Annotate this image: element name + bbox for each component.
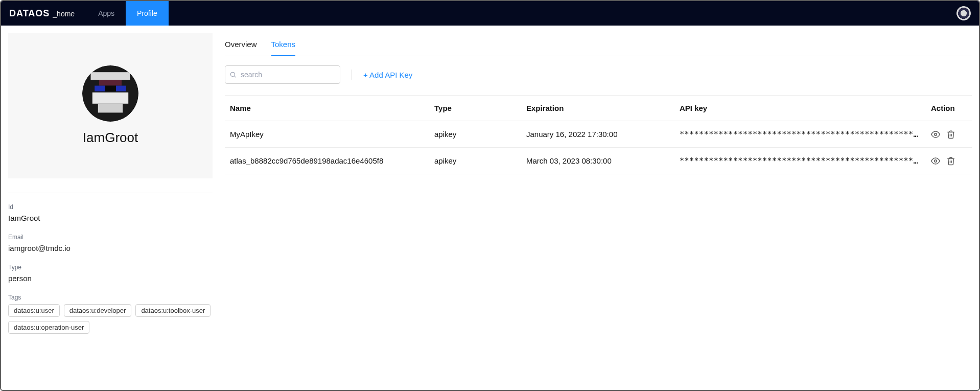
masked-key: ****************************************… xyxy=(680,156,918,166)
svg-rect-7 xyxy=(92,93,128,104)
profile-display-name: IamGroot xyxy=(83,130,138,146)
cell-name: atlas_b8882cc9d765de89198adac16e4605f8 xyxy=(225,148,429,174)
user-avatar-menu[interactable] xyxy=(956,6,971,20)
meta-id-label: Id xyxy=(8,203,213,211)
th-apikey: API key xyxy=(674,96,926,121)
brand-main: DATAOS xyxy=(9,8,50,19)
th-name: Name xyxy=(225,96,429,121)
meta-id-value: IamGroot xyxy=(8,214,213,222)
th-type: Type xyxy=(429,96,521,121)
meta-type-label: Type xyxy=(8,264,213,271)
tab-overview[interactable]: Overview xyxy=(225,36,257,56)
table-header-row: Name Type Expiration API key Action xyxy=(225,96,972,121)
svg-rect-6 xyxy=(105,86,116,91)
meta-email-label: Email xyxy=(8,234,213,241)
meta-email: Email iamgroot@tmdc.io xyxy=(8,234,213,252)
cell-apikey: ****************************************… xyxy=(674,121,926,148)
tag[interactable]: dataos:u:user xyxy=(8,304,60,317)
main: IamGroot Id IamGroot Email iamgroot@tmdc… xyxy=(1,26,979,390)
profile-card: IamGroot xyxy=(8,33,213,178)
tag[interactable]: dataos:u:developer xyxy=(64,304,132,317)
svg-rect-2 xyxy=(91,72,130,80)
svg-rect-4 xyxy=(95,86,105,91)
brand[interactable]: DATAOS _home xyxy=(9,8,75,19)
table-row: MyApIkey apikey January 16, 2022 17:30:0… xyxy=(225,121,972,148)
cell-type: apikey xyxy=(429,148,521,174)
svg-rect-5 xyxy=(116,86,126,91)
svg-line-10 xyxy=(235,76,236,78)
top-nav: DATAOS _home Apps Profile xyxy=(1,1,979,26)
avatar xyxy=(82,65,138,122)
tag[interactable]: dataos:u:toolbox-user xyxy=(135,304,211,317)
eye-icon[interactable] xyxy=(931,130,940,139)
cell-type: apikey xyxy=(429,121,521,148)
cell-action xyxy=(926,121,972,148)
tag-row: dataos:u:user dataos:u:developer dataos:… xyxy=(8,304,213,334)
meta-type: Type person xyxy=(8,264,213,283)
tokens-table: Name Type Expiration API key Action MyAp… xyxy=(225,95,972,174)
meta-id: Id IamGroot xyxy=(8,203,213,222)
trash-icon[interactable] xyxy=(946,130,955,139)
nav-tab-apps[interactable]: Apps xyxy=(87,1,126,26)
svg-point-11 xyxy=(935,133,937,135)
th-expiration: Expiration xyxy=(521,96,674,121)
brand-sub: _home xyxy=(53,10,75,18)
tab-tokens[interactable]: Tokens xyxy=(271,36,296,56)
svg-rect-3 xyxy=(99,80,122,86)
cell-expiration: January 16, 2022 17:30:00 xyxy=(521,121,674,148)
meta-tags-label: Tags xyxy=(8,294,213,301)
cell-name: MyApIkey xyxy=(225,121,429,148)
toolbar: + Add API Key xyxy=(225,65,972,84)
meta-type-value: person xyxy=(8,274,213,283)
cell-action xyxy=(926,148,972,174)
meta-tags: Tags dataos:u:user dataos:u:developer da… xyxy=(8,294,213,334)
sub-tabs: Overview Tokens xyxy=(225,36,972,56)
search-input[interactable] xyxy=(225,65,340,84)
svg-point-12 xyxy=(935,159,937,162)
cell-expiration: March 03, 2023 08:30:00 xyxy=(521,148,674,174)
th-action: Action xyxy=(926,96,972,121)
svg-point-9 xyxy=(230,72,235,76)
table-row: atlas_b8882cc9d765de89198adac16e4605f8 a… xyxy=(225,148,972,174)
svg-rect-8 xyxy=(98,104,123,113)
sidebar: IamGroot Id IamGroot Email iamgroot@tmdc… xyxy=(8,33,213,383)
sidebar-divider xyxy=(8,193,213,193)
search-icon xyxy=(229,71,237,78)
toolbar-separator xyxy=(352,70,352,80)
tag[interactable]: dataos:u:operation-user xyxy=(8,321,89,334)
content: Overview Tokens + Add API Key Name Type … xyxy=(225,33,972,383)
meta-email-value: iamgroot@tmdc.io xyxy=(8,244,213,252)
trash-icon[interactable] xyxy=(946,156,955,166)
search-wrap xyxy=(225,65,340,84)
eye-icon[interactable] xyxy=(931,156,940,166)
nav-tabs: Apps Profile xyxy=(87,1,169,26)
cell-apikey: ****************************************… xyxy=(674,148,926,174)
nav-tab-profile[interactable]: Profile xyxy=(126,1,169,26)
add-api-key-link[interactable]: + Add API Key xyxy=(363,71,412,79)
masked-key: ****************************************… xyxy=(680,130,918,139)
